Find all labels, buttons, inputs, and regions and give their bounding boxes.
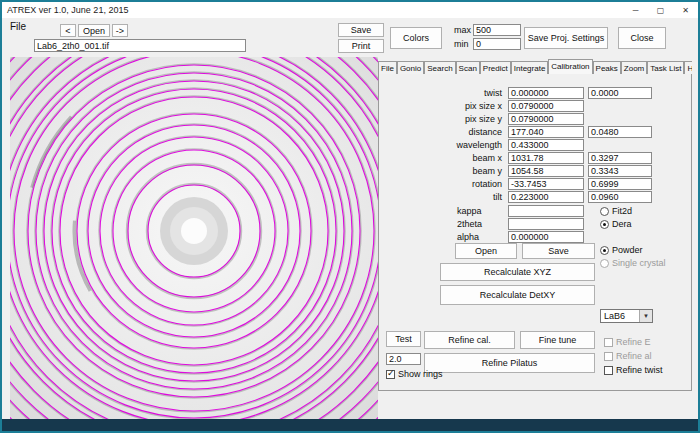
refine-twist-checkbox-label: Refine twist [616, 365, 663, 375]
tab-zoom[interactable]: Zoom [621, 61, 647, 74]
dera-radio[interactable]: Dera [600, 219, 632, 229]
beam-x-value-field[interactable]: 1031.78 [508, 152, 584, 164]
maximize-icon[interactable]: ▢ [648, 2, 673, 18]
beam-y-value-field[interactable]: 1054.58 [508, 165, 584, 177]
tab-peaks[interactable]: Peaks [593, 61, 621, 74]
close-icon[interactable]: ✕ [673, 2, 698, 18]
pix-size-y-label: pix size y [436, 114, 502, 124]
refine-pilatus-button[interactable]: Refine Pilatus [424, 353, 595, 373]
refine-al-checkbox-label: Refine al [616, 351, 652, 361]
twotheta-label: 2theta [457, 219, 503, 229]
window-title: ATREX ver 1.0, June 21, 2015 [2, 5, 128, 15]
check-icon: ✓ [387, 368, 395, 378]
single-crystal-radio-label: Single crystal [612, 258, 666, 268]
chevron-down-icon: ▼ [639, 310, 652, 322]
fit2d-radio-label: Fit2d [612, 206, 632, 216]
menu-file[interactable]: File [10, 21, 26, 32]
distance-value-field[interactable]: 177.040 [508, 126, 584, 138]
distance-error-field[interactable]: 0.0480 [588, 126, 652, 138]
rotation-error-field[interactable]: 0.6999 [588, 178, 652, 190]
colors-button[interactable]: Colors [390, 27, 442, 49]
tab-gonio[interactable]: Gonio [397, 61, 424, 74]
twist-error-field[interactable]: 0.0000 [588, 87, 652, 99]
radio-dot-icon [600, 259, 609, 268]
single-crystal-radio[interactable]: Single crystal [600, 258, 666, 268]
prev-image-button[interactable]: < [60, 24, 76, 37]
radio-dot-icon [600, 207, 609, 216]
beam-y-label: beam y [436, 166, 502, 176]
tab-search[interactable]: Search [424, 61, 455, 74]
max-field[interactable]: 500 [473, 24, 521, 36]
calibration-save-button[interactable]: Save [522, 243, 595, 259]
pix-size-x-field[interactable]: 0.0790000 [508, 100, 584, 112]
open-image-button[interactable]: Open [78, 24, 110, 37]
toolbar: File < Open -> Lab6_2th0_001.tif Save Pr… [2, 18, 698, 57]
minimize-icon[interactable]: ─ [623, 2, 648, 18]
max-label: max [454, 25, 471, 35]
fit2d-radio[interactable]: Fit2d [600, 206, 632, 216]
refine-e-checkbox[interactable]: Refine E [604, 337, 651, 347]
tab-help[interactable]: Help [684, 61, 692, 74]
beam-y-error-field[interactable]: 0.3343 [588, 165, 652, 177]
checkbox-box-icon [604, 352, 613, 361]
refine-al-checkbox[interactable]: Refine al [604, 351, 652, 361]
title-bar: ATREX ver 1.0, June 21, 2015 ─ ▢ ✕ [2, 2, 698, 18]
tab-predict[interactable]: Predict [480, 61, 511, 74]
min-field[interactable]: 0 [473, 38, 521, 50]
rotation-value-field[interactable]: -33.7453 [508, 178, 584, 190]
show-rings-checkbox[interactable]: ✓ Show rings [386, 369, 443, 379]
alpha-field[interactable]: 0.000000 [508, 231, 584, 243]
tab-integrate[interactable]: Integrate [511, 61, 549, 74]
fine-tune-button[interactable]: Fine tune [520, 331, 595, 349]
tilt-value-field[interactable]: 0.223000 [508, 191, 584, 203]
recalculate-detxy-button[interactable]: Recalculate DetXY [440, 285, 595, 305]
save-button[interactable]: Save [338, 23, 384, 37]
kappa-field[interactable] [508, 205, 584, 217]
tolerance-field[interactable]: 2.0 [386, 353, 421, 365]
powder-radio[interactable]: Powder [600, 245, 643, 255]
beam-x-label: beam x [436, 153, 502, 163]
checkbox-box-icon [604, 338, 613, 347]
show-rings-checkbox-label: Show rings [398, 369, 443, 379]
tab-scan[interactable]: Scan [456, 61, 480, 74]
checkbox-box-icon: ✓ [386, 370, 395, 379]
window-controls: ─ ▢ ✕ [623, 2, 698, 18]
twist-label: twist [436, 88, 502, 98]
tab-file[interactable]: File [378, 61, 397, 74]
filename-field[interactable]: Lab6_2th0_001.tif [34, 39, 246, 52]
beam-x-error-field[interactable]: 0.3297 [588, 152, 652, 164]
alpha-label: alpha [457, 232, 503, 242]
wavelength-field[interactable]: 0.433000 [508, 139, 584, 151]
right-panel: File Gonio Search Scan Predict Integrate… [378, 58, 696, 419]
status-bar [2, 419, 698, 431]
refine-cal-button[interactable]: Refine cal. [424, 331, 515, 349]
tab-task-list[interactable]: Task List [647, 61, 684, 74]
radio-dot-icon [600, 246, 609, 255]
recalculate-xyz-button[interactable]: Recalculate XYZ [440, 263, 595, 281]
checkbox-box-icon [604, 366, 613, 375]
test-button[interactable]: Test [386, 331, 421, 347]
tilt-label: tilt [436, 192, 502, 202]
rotation-label: rotation [436, 179, 502, 189]
tilt-error-field[interactable]: 0.0960 [588, 191, 652, 203]
refine-e-checkbox-label: Refine E [616, 337, 651, 347]
twotheta-field[interactable] [508, 218, 584, 230]
twist-value-field[interactable]: 0.000000 [508, 87, 584, 99]
tab-bar: File Gonio Search Scan Predict Integrate… [378, 58, 692, 74]
app-window: ATREX ver 1.0, June 21, 2015 ─ ▢ ✕ File … [0, 0, 700, 433]
tab-calibration[interactable]: Calibration [548, 59, 592, 74]
save-proj-settings-button[interactable]: Save Proj. Settings [524, 27, 608, 49]
dera-radio-label: Dera [612, 219, 632, 229]
refine-twist-checkbox[interactable]: Refine twist [604, 365, 663, 375]
material-dropdown[interactable]: LaB6 ▼ [600, 309, 653, 323]
min-label: min [454, 39, 469, 49]
calibration-open-button[interactable]: Open [455, 243, 517, 259]
next-image-button[interactable]: -> [112, 24, 128, 37]
kappa-label: kappa [457, 206, 503, 216]
pix-size-y-field[interactable]: 0.0790000 [508, 113, 584, 125]
wavelength-label: wavelength [436, 140, 502, 150]
pix-size-x-label: pix size x [436, 101, 502, 111]
close-button[interactable]: Close [618, 27, 666, 49]
diffraction-image[interactable] [10, 57, 378, 419]
print-button[interactable]: Print [338, 39, 384, 53]
